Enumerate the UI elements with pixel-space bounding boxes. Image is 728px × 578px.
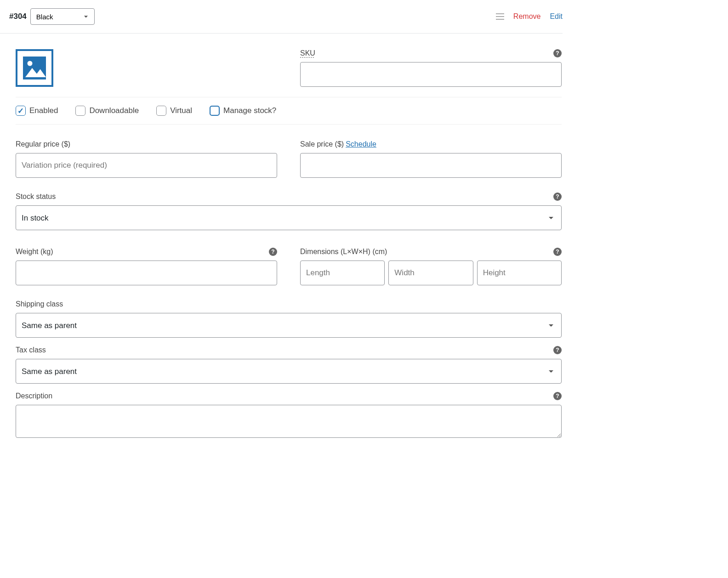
description-textarea[interactable] [16, 405, 562, 438]
checkbox-icon [210, 106, 220, 116]
checkbox-icon [16, 106, 26, 116]
shipping-class-select[interactable]: Same as parent [16, 313, 562, 338]
edit-link[interactable]: Edit [550, 12, 563, 21]
checkbox-icon [75, 106, 85, 116]
svg-point-1 [28, 61, 33, 66]
dimensions-label: Dimensions (L×W×H) (cm) [300, 248, 387, 256]
regular-price-input[interactable] [16, 153, 277, 178]
stock-status-select[interactable]: In stock [16, 205, 562, 230]
sale-price-label: Sale price ($) [300, 140, 344, 148]
downloadable-checkbox[interactable]: Downloadable [75, 106, 139, 116]
variation-id: #304 [9, 12, 27, 21]
enabled-checkbox[interactable]: Enabled [16, 106, 58, 116]
sku-input[interactable] [300, 62, 562, 87]
downloadable-label: Downloadable [89, 106, 139, 115]
help-icon[interactable]: ? [553, 193, 562, 201]
help-icon[interactable]: ? [269, 248, 277, 256]
weight-input[interactable] [16, 261, 277, 285]
virtual-label: Virtual [170, 106, 192, 115]
enabled-label: Enabled [29, 106, 58, 115]
help-icon[interactable]: ? [553, 346, 562, 354]
drag-handle-icon[interactable] [496, 13, 504, 20]
checkbox-icon [156, 106, 166, 116]
options-row: Enabled Downloadable Virtual Manage stoc… [16, 97, 562, 125]
length-input[interactable] [300, 261, 385, 285]
height-input[interactable] [477, 261, 562, 285]
width-input[interactable] [388, 261, 473, 285]
attribute-select[interactable]: Black [30, 8, 95, 25]
shipping-class-label: Shipping class [16, 300, 63, 308]
stock-status-label: Stock status [16, 193, 56, 201]
virtual-checkbox[interactable]: Virtual [156, 106, 192, 116]
image-placeholder-icon [21, 54, 48, 82]
variation-header: #304 Black Remove Edit [0, 0, 563, 34]
tax-class-label: Tax class [16, 346, 46, 354]
description-label: Description [16, 392, 52, 400]
sale-price-input[interactable] [300, 153, 562, 178]
variation-image-upload[interactable] [16, 49, 53, 87]
sku-label: SKU [300, 49, 315, 57]
help-icon[interactable]: ? [553, 392, 562, 400]
schedule-link[interactable]: Schedule [346, 140, 376, 148]
regular-price-label: Regular price ($) [16, 140, 70, 148]
help-icon[interactable]: ? [553, 248, 562, 256]
weight-label: Weight (kg) [16, 248, 53, 256]
help-icon[interactable]: ? [553, 49, 562, 57]
manage-stock-checkbox[interactable]: Manage stock? [210, 106, 276, 116]
tax-class-select[interactable]: Same as parent [16, 359, 562, 384]
remove-link[interactable]: Remove [513, 12, 541, 21]
manage-stock-label: Manage stock? [223, 106, 276, 115]
